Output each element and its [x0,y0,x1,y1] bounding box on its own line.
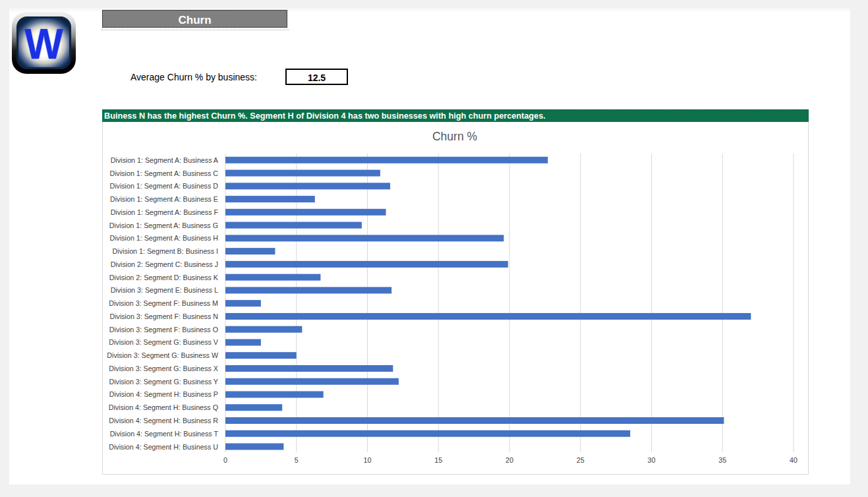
svg-text:Division 1: Segment A: Busines: Division 1: Segment A: Business D [109,182,218,190]
svg-text:Division 1: Segment A: Busines: Division 1: Segment A: Business A [111,156,219,164]
svg-text:20: 20 [506,456,513,464]
svg-text:Division 1: Segment A: Busines: Division 1: Segment A: Business E [110,195,218,203]
svg-text:Division 1: Segment A: Busines: Division 1: Segment A: Business F [111,208,219,216]
svg-text:Division 4: Segment H: Busines: Division 4: Segment H: Business R [109,417,218,424]
svg-text:10: 10 [364,456,372,464]
svg-text:25: 25 [577,456,585,464]
svg-text:Division 3: Segment F: Busines: Division 3: Segment F: Business O [109,326,218,334]
svg-text:15: 15 [434,456,442,464]
svg-text:40: 40 [790,456,797,464]
svg-text:Division 4: Segment H: Busines: Division 4: Segment H: Business T [110,430,219,438]
svg-text:Division 1: Segment A: Busines: Division 1: Segment A: Business G [109,221,218,229]
svg-text:Division 3: Segment G: Busines: Division 3: Segment G: Business X [109,365,218,372]
svg-text:Division 4: Segment H: Busines: Division 4: Segment H: Business Q [109,403,218,411]
svg-text:Division 1: Segment B: Busines: Division 1: Segment B: Business I [113,247,218,255]
svg-text:Division 2: Segment D: Busines: Division 2: Segment D: Business K [109,274,219,281]
svg-text:Division 3: Segment G: Busines: Division 3: Segment G: Business V [109,338,219,346]
svg-text:Division 1: Segment A: Busines: Division 1: Segment A: Business H [109,234,218,242]
svg-text:0: 0 [223,456,227,464]
svg-text:35: 35 [718,456,726,464]
svg-text:Division 3: Segment G: Busines: Division 3: Segment G: Business Y [109,378,218,386]
svg-text:Division 3: Segment F: Busines: Division 3: Segment F: Business M [109,299,218,307]
svg-text:Division 1: Segment A: Busines: Division 1: Segment A: Business C [109,169,218,177]
svg-text:Division 4: Segment H: Busines: Division 4: Segment H: Business P [109,390,218,398]
svg-text:Division 3: Segment G: Busines: Division 3: Segment G: Business W [107,351,219,359]
svg-text:Division 2: Segment C: Busines: Division 2: Segment C: Business J [111,260,218,268]
svg-text:30: 30 [648,456,656,464]
svg-text:Division 3: Segment F: Busines: Division 3: Segment F: Business N [109,312,218,320]
svg-text:5: 5 [295,456,299,464]
svg-text:Division 3: Segment E: Busines: Division 3: Segment E: Business L [111,286,218,294]
svg-text:Churn %: Churn % [432,130,477,143]
svg-text:Division 4: Segment H: Busines: Division 4: Segment H: Business U [109,443,218,451]
